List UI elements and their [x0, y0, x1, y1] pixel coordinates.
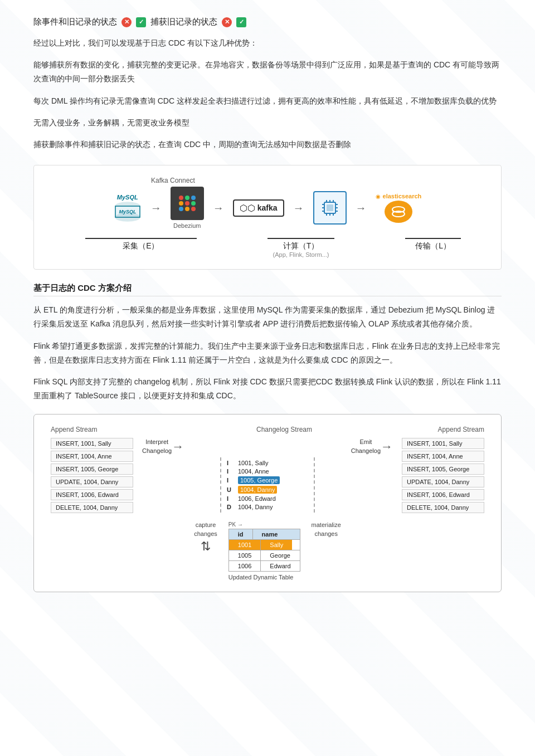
kafka-connect-label: Kafka Connect	[151, 177, 195, 184]
elastic-text: elasticsearch	[383, 193, 422, 199]
interpret-emit-labels: InterpretChangelog → EmitChangelog →	[138, 438, 397, 455]
header-icon-x2: ✕	[222, 17, 232, 27]
header-item1-text: 除事件和旧记录的状态	[33, 17, 117, 27]
pk-label: PK →	[228, 521, 243, 528]
debezium-label: Debezium	[173, 222, 201, 229]
dt-cell-id-0: 1001	[229, 540, 261, 550]
materialize-label2: changes	[314, 530, 338, 537]
right-stream-col: INSERT, 1001, Sally INSERT, 1004, Anne I…	[402, 438, 484, 513]
header-item2-text: 捕获旧记录的状态	[150, 17, 217, 27]
append-stream-label-right: Append Stream	[438, 426, 484, 433]
left-entry-5: DELETE, 1004, Danny	[51, 502, 133, 513]
debezium-icon	[171, 187, 204, 220]
section-title: 基于日志的 CDC 方案介绍	[33, 283, 502, 296]
page-content: 除事件和旧记录的状态 ✕ ✓ 捕获旧记录的状态 ✕ ✓ 经过以上对比，我们可以发…	[33, 17, 502, 592]
ch-op-3: U	[227, 486, 235, 493]
dt-row-1: 1005 George	[229, 550, 300, 560]
header-icon-check2: ✓	[236, 17, 246, 27]
ch-op-4: I	[227, 495, 235, 502]
right-entry-0: INSERT, 1001, Sally	[402, 438, 484, 449]
intro-point2: 每次 DML 操作均有记录无需像查询 CDC 这样发起全表扫描进行过滤，拥有更高…	[33, 94, 502, 108]
right-big-arrow: →	[381, 440, 393, 454]
header-icon-check1: ✓	[136, 17, 146, 27]
left-big-arrow: →	[172, 440, 184, 454]
section-l-label: 传输（L）	[415, 241, 451, 251]
arch-diagram: Kafka Connect MySQL MySQL →	[33, 165, 502, 270]
changelog-box: I 1001, Sally I 1004, Anne I 1005, Georg…	[220, 457, 315, 513]
double-arrow-icon: ⇅	[201, 539, 211, 554]
body-para2: Flink 希望打通更多数据源，发挥完整的计算能力。我们生产中主要来源于业务日志…	[33, 339, 502, 367]
dt-cell-name-1: George	[261, 550, 299, 560]
stream-diagram: Append Stream Changelog Stream Append St…	[33, 414, 502, 592]
arrow4: →	[356, 202, 367, 214]
kafka-logo-icon: ⬡⬡	[240, 203, 255, 213]
right-entry-5: DELETE, 1004, Danny	[402, 502, 484, 513]
lower-part: capture changes ⇅ PK → id name	[138, 521, 397, 581]
ch-op-0: I	[227, 460, 235, 466]
compute-icon	[313, 191, 347, 225]
lower-materialize: materialize changes	[312, 521, 341, 581]
body-para3: Flink SQL 内部支持了完整的 changelog 机制，所以 Flink…	[33, 375, 502, 403]
lower-capture: capture changes ⇅	[194, 521, 217, 581]
dt-cell-name-0: Sally	[261, 540, 292, 550]
ch-val-1: 1004, Anne	[238, 468, 269, 475]
section-t-label: 计算（T）	[283, 241, 319, 251]
svg-rect-17	[327, 204, 333, 211]
ch-val-5: 1004, Danny	[238, 504, 273, 510]
header-line: 除事件和旧记录的状态 ✕ ✓ 捕获旧记录的状态 ✕ ✓	[33, 17, 502, 27]
elastic-component: ◉ elasticsearch	[376, 193, 422, 223]
left-entry-4: INSERT, 1006, Edward	[51, 489, 133, 500]
ch-row-2: I 1005, George	[227, 476, 308, 484]
dt-cell-name-2: Edward	[261, 561, 299, 571]
left-stream-col: INSERT, 1001, Sally INSERT, 1004, Anne I…	[51, 438, 133, 513]
changelog-stream-label: Changelog Stream	[256, 426, 312, 433]
left-entry-2: INSERT, 1005, George	[51, 464, 133, 475]
ch-op-1: I	[227, 468, 235, 475]
dt-cell-id-1: 1005	[229, 550, 261, 560]
ch-val-0: 1001, Sally	[238, 460, 268, 466]
mysql-icon: MySQL	[114, 202, 142, 222]
debezium-component: Debezium	[171, 187, 204, 229]
capture-label: capture	[196, 521, 216, 528]
body-para1: 从 ETL 的角度进行分析，一般采集的都是业务库数据，这里使用 MySQL 作为…	[33, 303, 502, 331]
ch-row-3: U 1004, Danny	[227, 486, 308, 494]
section-t-sublabel: (App, Flink, Storm...)	[273, 251, 329, 258]
ch-row-0: I 1001, Sally	[227, 460, 308, 466]
ch-val-2: 1005, George	[238, 476, 280, 484]
append-stream-label-left: Append Stream	[51, 426, 97, 433]
dt-col-id: id	[229, 529, 253, 539]
right-entry-1: INSERT, 1004, Anne	[402, 451, 484, 462]
section-e-label: 采集（E）	[123, 241, 159, 251]
intro-point1: 能够捕获所有数据的变化，捕获完整的变更记录。在异地容灾，数据备份等场景中得到广泛…	[33, 58, 502, 86]
ch-val-4: 1006, Edward	[238, 495, 276, 502]
ch-op-5: D	[227, 504, 235, 510]
arch-components-row: MySQL MySQL →	[51, 187, 484, 229]
streams-body: INSERT, 1001, Sally INSERT, 1004, Anne I…	[51, 438, 484, 581]
ch-row-4: I 1006, Edward	[227, 495, 308, 502]
top-labels-row: Append Stream Changelog Stream Append St…	[51, 426, 484, 433]
table-updated-label: Updated Dynamic Table	[228, 574, 294, 581]
materialize-label: materialize	[312, 521, 341, 528]
left-entry-0: INSERT, 1001, Sally	[51, 438, 133, 449]
dt-cell-id-2: 1006	[229, 561, 261, 571]
dt-col-name: name	[253, 529, 287, 539]
arrow1: →	[150, 202, 162, 214]
compute-component	[313, 191, 347, 225]
right-entry-2: INSERT, 1005, George	[402, 464, 484, 475]
right-entry-4: INSERT, 1006, Edward	[402, 489, 484, 500]
cpu-svg	[320, 198, 340, 218]
header-icon-x1: ✕	[121, 17, 132, 27]
dt-header: id name	[229, 529, 300, 539]
ch-row-5: D 1004, Danny	[227, 504, 308, 510]
intro-point4: 捕获删除事件和捕获旧记录的状态，在查询 CDC 中，周期的查询无法感知中间数据是…	[33, 138, 502, 152]
kafka-text: kafka	[257, 203, 278, 212]
svg-text:MySQL: MySQL	[119, 209, 136, 214]
left-entry-1: INSERT, 1004, Anne	[51, 451, 133, 462]
elastic-logo	[385, 201, 412, 223]
svg-point-2	[115, 213, 140, 221]
elastic-icon: ◉	[376, 193, 381, 199]
ch-op-2: I	[227, 477, 235, 484]
capture-label2: changes	[194, 530, 217, 537]
left-entry-3: UPDATE, 1004, Danny	[51, 476, 133, 487]
arrow3: →	[293, 202, 304, 214]
